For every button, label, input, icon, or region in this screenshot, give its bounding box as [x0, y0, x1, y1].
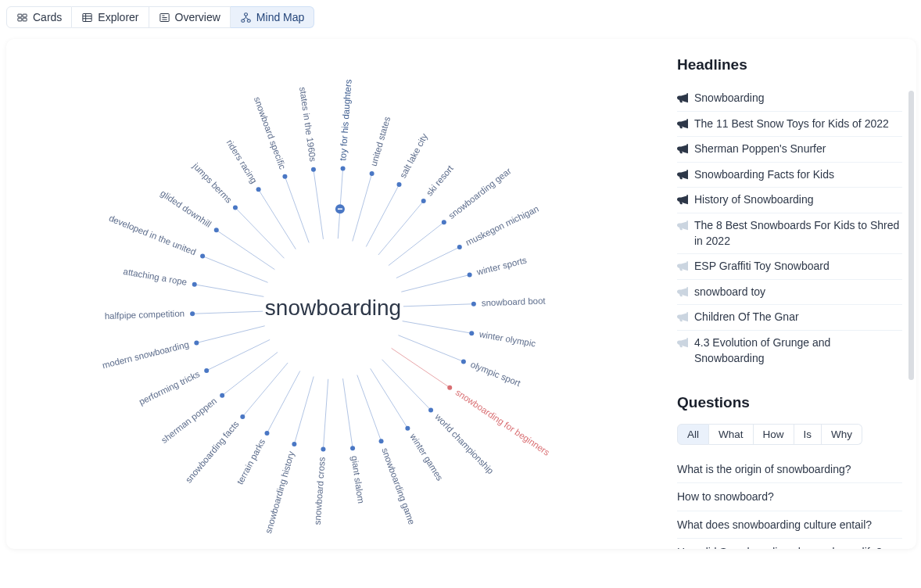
- svg-line-26: [217, 230, 275, 269]
- bullhorn-icon: [677, 260, 688, 271]
- mindmap-branch[interactable]: snowboarding game: [380, 446, 417, 525]
- headline-item[interactable]: History of Snowboarding: [677, 188, 902, 213]
- headline-text: 4.3 Evolution of Grunge and Snowboarding: [694, 335, 902, 366]
- svg-point-31: [192, 282, 197, 287]
- mindmap-branch[interactable]: halfpipe competition: [105, 309, 185, 321]
- mindmap-branch[interactable]: united states: [369, 116, 392, 167]
- headline-item[interactable]: Children Of The Gnar: [677, 305, 902, 331]
- filter-all[interactable]: All: [677, 424, 709, 445]
- filter-how[interactable]: How: [754, 424, 794, 445]
- svg-point-55: [428, 407, 433, 412]
- mindmap-branch[interactable]: jumps berms: [191, 160, 234, 205]
- mindmap-branch[interactable]: winter games: [408, 432, 445, 482]
- mindmap-branch[interactable]: snowboard cross: [313, 457, 327, 525]
- svg-line-56: [392, 348, 450, 387]
- svg-rect-4: [83, 13, 91, 21]
- mindmap-branch[interactable]: toy for his daughters: [338, 79, 353, 161]
- mindmap-branch[interactable]: developed in the united: [108, 213, 198, 257]
- scrollbar-thumb[interactable]: [908, 91, 914, 380]
- question-item[interactable]: How did Snowboarding changed your life?: [677, 539, 902, 549]
- mindmap-branch[interactable]: snowboarding history: [263, 450, 296, 534]
- mindmap-branch[interactable]: winter sports: [475, 255, 528, 277]
- mindmap-branch[interactable]: snowboarding facts: [184, 419, 241, 485]
- headline-item[interactable]: Snowboarding Facts for Kids: [677, 163, 902, 188]
- mindmap-branch[interactable]: performing tricks: [138, 369, 202, 407]
- questions-title: Questions: [677, 394, 902, 411]
- svg-point-61: [469, 331, 474, 335]
- mindmap-branch[interactable]: snowboard boot: [482, 296, 547, 308]
- mindmap-branch[interactable]: giant slalom: [349, 455, 365, 504]
- mindmap-branch[interactable]: snowboarding gear: [446, 166, 513, 220]
- filter-what[interactable]: What: [709, 424, 754, 445]
- svg-line-18: [314, 170, 324, 239]
- mindmap-branch[interactable]: olympic sport: [469, 360, 522, 389]
- svg-point-71: [421, 199, 426, 203]
- headline-item[interactable]: Sherman Poppen's Snurfer: [677, 137, 902, 163]
- headline-item[interactable]: 4.3 Evolution of Grunge and Snowboarding: [677, 331, 902, 371]
- mindmap-center[interactable]: snowboarding: [265, 296, 401, 320]
- svg-line-50: [357, 375, 382, 442]
- mindmap-branch[interactable]: modern snowboarding: [102, 339, 190, 370]
- svg-point-37: [204, 368, 209, 373]
- mindmap-branch[interactable]: winter olympic: [478, 329, 536, 349]
- mindmap-branch[interactable]: snowboard specific: [253, 95, 288, 170]
- svg-point-41: [240, 414, 245, 419]
- headline-item[interactable]: The 8 Best Snowboards For Kids to Shred …: [677, 213, 902, 254]
- bullhorn-icon: [677, 92, 688, 103]
- headline-item[interactable]: ESP Graffiti Toy Snowboard: [677, 254, 902, 280]
- mindmap-branch[interactable]: riders racing: [225, 138, 260, 185]
- cards-icon: [16, 12, 28, 23]
- question-item[interactable]: What does snowboarding culture entail?: [677, 511, 902, 539]
- newspaper-icon: [159, 12, 170, 23]
- mindmap-branch[interactable]: ski resort: [425, 163, 456, 198]
- svg-line-74: [353, 174, 372, 242]
- svg-point-47: [321, 447, 325, 452]
- svg-point-39: [220, 393, 224, 398]
- mindmap-branch[interactable]: sherman poppen: [159, 396, 218, 445]
- bullhorn-icon: [677, 169, 688, 180]
- bullhorn-icon: [677, 311, 688, 322]
- svg-point-57: [447, 385, 452, 390]
- filter-why[interactable]: Why: [822, 424, 862, 445]
- tab-mindmap[interactable]: Mind Map: [231, 6, 314, 28]
- tab-label: Cards: [33, 11, 62, 23]
- headline-item[interactable]: snowboard toy: [677, 280, 902, 306]
- view-tabs: Cards Explorer Overview Mind Map: [6, 6, 916, 28]
- bullhorn-icon: [677, 337, 688, 348]
- headline-item[interactable]: Snowboarding: [677, 86, 902, 112]
- svg-point-27: [214, 228, 219, 232]
- question-item[interactable]: What is the origin of snowboarding?: [677, 456, 902, 483]
- svg-line-60: [403, 321, 472, 334]
- tab-explorer[interactable]: Explorer: [72, 6, 149, 28]
- headline-item[interactable]: The 11 Best Snow Toys for Kids of 2022: [677, 112, 902, 138]
- svg-line-30: [195, 285, 264, 297]
- svg-point-69: [442, 220, 446, 224]
- tab-overview[interactable]: Overview: [149, 6, 231, 28]
- svg-line-62: [403, 304, 474, 307]
- svg-line-40: [242, 363, 288, 417]
- svg-rect-14: [247, 20, 250, 22]
- svg-point-23: [256, 187, 261, 192]
- mindmap-branch[interactable]: states in the 1960s: [298, 86, 317, 163]
- svg-rect-13: [242, 20, 245, 22]
- svg-point-77: [341, 166, 346, 170]
- mindmap-branch[interactable]: terrain parks: [235, 437, 267, 486]
- mindmap-branch[interactable]: attaching a rope: [123, 267, 188, 287]
- mindmap-branch[interactable]: world championship: [433, 411, 496, 475]
- mindmap-branch[interactable]: salt lake city: [398, 131, 429, 179]
- mindmap-branch[interactable]: glided downhill: [159, 188, 213, 229]
- svg-line-48: [343, 378, 353, 448]
- tab-cards[interactable]: Cards: [6, 6, 72, 28]
- headlines-list: SnowboardingThe 11 Best Snow Toys for Ki…: [677, 86, 902, 371]
- question-item[interactable]: How to snowboard?: [677, 483, 902, 511]
- svg-point-29: [200, 254, 205, 259]
- headline-text: History of Snowboarding: [694, 192, 814, 208]
- svg-point-65: [468, 272, 472, 277]
- svg-point-73: [397, 182, 402, 187]
- filter-is[interactable]: Is: [794, 424, 822, 445]
- mindmap-branch[interactable]: muskegon michigan: [464, 204, 540, 248]
- question-filters: AllWhatHowIsWhy: [677, 424, 902, 445]
- svg-point-63: [471, 302, 476, 307]
- mindmap-canvas[interactable]: states in the 1960ssnowboard specificrid…: [6, 39, 668, 549]
- svg-line-46: [323, 379, 328, 450]
